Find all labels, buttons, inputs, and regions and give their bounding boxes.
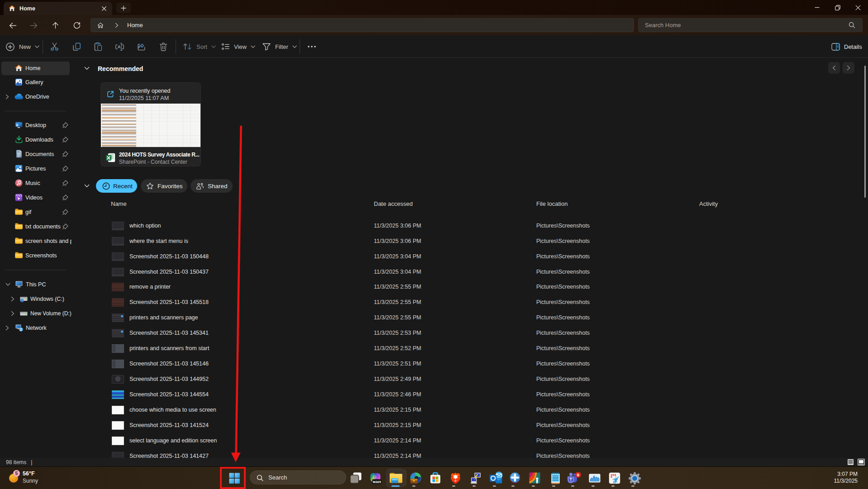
svg-text:6: 6	[577, 472, 579, 477]
svg-text:5: 5	[15, 470, 18, 476]
svg-text:M365: M365	[373, 480, 381, 484]
